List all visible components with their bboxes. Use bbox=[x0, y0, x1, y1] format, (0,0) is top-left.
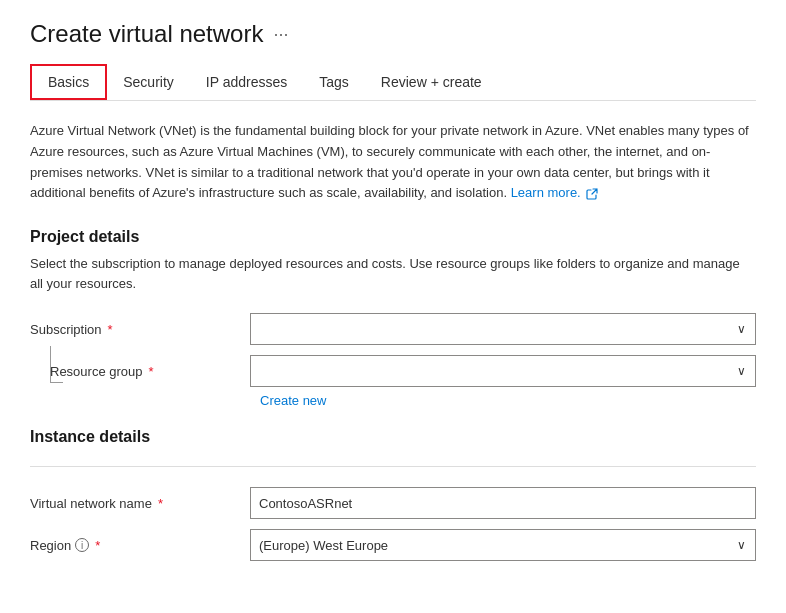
region-select[interactable]: (Europe) West Europe bbox=[250, 529, 756, 561]
region-info-icon[interactable]: i bbox=[75, 538, 89, 552]
region-label: Region i * bbox=[30, 538, 250, 553]
region-control-wrapper: (Europe) West Europe bbox=[250, 529, 756, 561]
subscription-label: Subscription* bbox=[30, 322, 250, 337]
learn-more-link[interactable]: Learn more. bbox=[511, 185, 599, 200]
virtual-network-name-control-wrapper bbox=[250, 487, 756, 519]
page-title: Create virtual network bbox=[30, 20, 263, 48]
tabs-nav: Basics Security IP addresses Tags Review… bbox=[30, 64, 756, 101]
description-block: Azure Virtual Network (VNet) is the fund… bbox=[30, 121, 756, 204]
tab-ip-addresses[interactable]: IP addresses bbox=[190, 64, 303, 100]
resource-group-required-star: * bbox=[149, 364, 154, 379]
virtual-network-name-input[interactable] bbox=[250, 487, 756, 519]
subscription-select-wrapper bbox=[250, 313, 756, 345]
project-details-description: Select the subscription to manage deploy… bbox=[30, 254, 756, 293]
region-required-star: * bbox=[95, 538, 100, 553]
tab-review-create[interactable]: Review + create bbox=[365, 64, 498, 100]
section-divider bbox=[30, 466, 756, 467]
more-options-icon[interactable]: ··· bbox=[273, 24, 288, 45]
resource-group-label-wrapper: Resource group* bbox=[50, 364, 250, 379]
page-header: Create virtual network ··· bbox=[30, 20, 756, 48]
subscription-control-wrapper bbox=[250, 313, 756, 345]
tab-basics[interactable]: Basics bbox=[30, 64, 107, 100]
tab-security[interactable]: Security bbox=[107, 64, 190, 100]
project-details-title: Project details bbox=[30, 228, 756, 246]
virtual-network-name-row: Virtual network name* bbox=[30, 487, 756, 519]
vnet-name-required-star: * bbox=[158, 496, 163, 511]
subscription-row: Subscription* bbox=[30, 313, 756, 345]
create-new-link[interactable]: Create new bbox=[260, 393, 756, 408]
subscription-required-star: * bbox=[108, 322, 113, 337]
virtual-network-name-label: Virtual network name* bbox=[30, 496, 250, 511]
description-text: Azure Virtual Network (VNet) is the fund… bbox=[30, 123, 749, 200]
resource-group-select[interactable] bbox=[250, 355, 756, 387]
external-link-icon bbox=[586, 188, 598, 200]
region-select-wrapper: (Europe) West Europe bbox=[250, 529, 756, 561]
resource-group-control-wrapper bbox=[250, 355, 756, 387]
tab-tags[interactable]: Tags bbox=[303, 64, 365, 100]
subscription-select[interactable] bbox=[250, 313, 756, 345]
resource-group-select-wrapper bbox=[250, 355, 756, 387]
region-row: Region i * (Europe) West Europe bbox=[30, 529, 756, 561]
resource-group-row: Resource group* bbox=[30, 355, 756, 387]
instance-details-title: Instance details bbox=[30, 428, 756, 446]
